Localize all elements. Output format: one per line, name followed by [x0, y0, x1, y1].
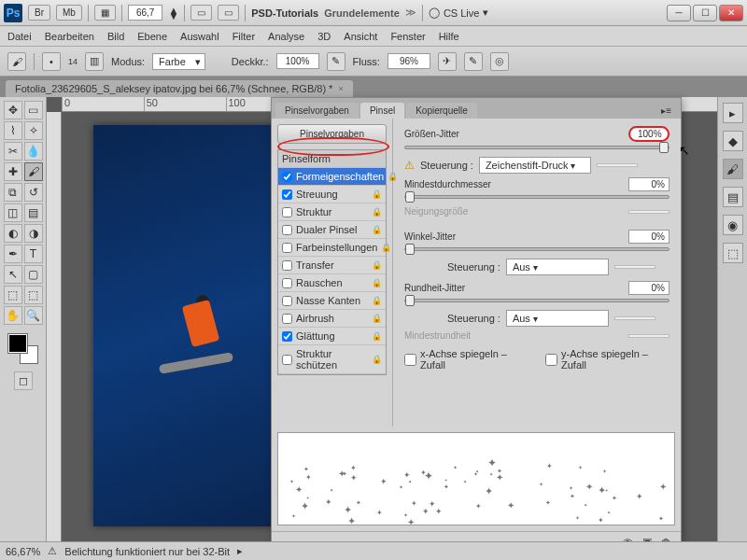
- angle-jitter-slider[interactable]: [404, 247, 669, 251]
- gradient-tool[interactable]: ▤: [24, 203, 43, 222]
- preset-button[interactable]: Pinselvorgaben: [277, 124, 387, 144]
- control2-select[interactable]: Aus ▾: [506, 259, 609, 275]
- wand-tool[interactable]: ✧: [24, 121, 43, 140]
- round-jitter-slider[interactable]: [404, 299, 669, 302]
- brush-option-streuung[interactable]: Streuung🔒: [278, 186, 386, 203]
- menu-bearbeiten[interactable]: Bearbeiten: [45, 31, 94, 42]
- status-zoom[interactable]: 66,67%: [6, 546, 40, 557]
- brush-option-struktur-schützen[interactable]: Struktur schützen🔒: [278, 345, 386, 374]
- type-tool[interactable]: T: [24, 245, 43, 263]
- round-jitter-value[interactable]: 0%: [628, 281, 669, 295]
- brush-option-dualer-pinsel[interactable]: Dualer Pinsel🔒: [278, 221, 386, 239]
- size-jitter-slider[interactable]: [404, 146, 669, 149]
- flow-input[interactable]: 96%: [388, 53, 430, 69]
- airbrush-icon[interactable]: ✈: [438, 52, 457, 71]
- opacity-input[interactable]: 100%: [276, 53, 319, 69]
- collapse-icon[interactable]: ▸: [723, 103, 743, 123]
- menu-ebene[interactable]: Ebene: [137, 31, 167, 42]
- target-icon[interactable]: ◎: [490, 52, 509, 71]
- dodge-tool[interactable]: ◑: [24, 224, 43, 243]
- tab-pinsel[interactable]: Pinsel: [360, 103, 404, 119]
- angle-jitter-value[interactable]: 0%: [628, 230, 669, 244]
- control-select[interactable]: Zeichenstift-Druck ▾: [479, 157, 591, 174]
- brush-tool[interactable]: 🖌: [24, 162, 43, 181]
- move-tool[interactable]: ✥: [4, 101, 22, 119]
- brush-size[interactable]: 14: [68, 57, 78, 66]
- canvas[interactable]: [93, 125, 280, 526]
- stamp-tool[interactable]: ⧉: [4, 183, 22, 202]
- flipy-checkbox[interactable]: y-Achse spiegeln – Zufall: [545, 348, 669, 371]
- menu-fenster[interactable]: Fenster: [390, 31, 425, 42]
- brush-option-airbrush[interactable]: Airbrush🔒: [278, 310, 386, 328]
- tutorials-label[interactable]: PSD-Tutorials: [251, 7, 318, 19]
- color-swatches[interactable]: [8, 334, 38, 364]
- brush-tool-icon[interactable]: 🖌: [7, 52, 26, 71]
- quickmask-button[interactable]: ◻: [14, 371, 33, 390]
- brush-option-formeigenschaften[interactable]: Formeigenschaften🔒: [278, 168, 386, 186]
- minibridge-button[interactable]: Mb: [56, 5, 82, 21]
- screenmode-button[interactable]: ▭: [218, 5, 239, 21]
- flipx-checkbox[interactable]: x-Achse spiegeln – Zufall: [404, 348, 529, 371]
- brush-panel-icon[interactable]: 🖌: [723, 159, 743, 179]
- tablet-opacity-icon[interactable]: ✎: [327, 52, 345, 71]
- view-extras-button[interactable]: ▦: [94, 5, 116, 21]
- close-button[interactable]: ✕: [719, 5, 743, 21]
- hand-tool[interactable]: ✋: [4, 306, 22, 325]
- arrange-button[interactable]: ▭: [190, 5, 212, 21]
- minimize-button[interactable]: ─: [667, 5, 691, 21]
- pen-tool[interactable]: ✒: [4, 245, 22, 263]
- path-tool[interactable]: ↖: [4, 265, 22, 284]
- mode-select[interactable]: Farbe ▾: [152, 53, 205, 70]
- menu-datei[interactable]: Datei: [7, 31, 32, 42]
- tab-kopierquelle[interactable]: Kopierquelle: [406, 103, 477, 119]
- tablet-size-icon[interactable]: ✎: [464, 52, 483, 71]
- cslive-button[interactable]: ◯ CS Live ▾: [429, 7, 489, 19]
- history-brush-tool[interactable]: ↺: [24, 183, 43, 202]
- brush-option-rauschen[interactable]: Rauschen🔒: [278, 274, 386, 292]
- crop-tool[interactable]: ✂: [4, 142, 22, 161]
- marquee-tool[interactable]: ▭: [24, 101, 43, 119]
- menu-filter[interactable]: Filter: [233, 31, 255, 42]
- menu-3d[interactable]: 3D: [317, 31, 331, 42]
- blur-tool[interactable]: ◐: [4, 224, 22, 243]
- layers-panel-icon[interactable]: ▤: [723, 187, 743, 207]
- lasso-tool[interactable]: ⌇: [4, 121, 22, 140]
- shape-tool[interactable]: ▢: [24, 265, 43, 284]
- menu-bild[interactable]: Bild: [107, 31, 124, 42]
- tab-pinselvorgaben[interactable]: Pinselvorgaben: [275, 103, 359, 119]
- 3d-tool[interactable]: ⬚: [4, 286, 22, 304]
- menu-analyse[interactable]: Analyse: [268, 31, 304, 42]
- menu-auswahl[interactable]: Auswahl: [180, 31, 219, 42]
- control3-select[interactable]: Aus ▾: [506, 310, 609, 327]
- zoom-display[interactable]: 66,7: [128, 5, 162, 21]
- crop-panel-icon[interactable]: ⬚: [723, 243, 743, 263]
- brush-option-nasse-kanten[interactable]: Nasse Kanten🔒: [278, 292, 386, 310]
- bridge-button[interactable]: Br: [28, 5, 50, 21]
- document-tab[interactable]: Fotolia_23629605_S_aleksey ipatov.jpg be…: [6, 80, 353, 97]
- brush-panel-icon[interactable]: ▥: [85, 52, 104, 71]
- brush-preset-icon[interactable]: •: [42, 52, 61, 71]
- sphere-icon[interactable]: ◉: [723, 215, 743, 235]
- heal-tool[interactable]: ✚: [4, 162, 22, 181]
- arrows-icon[interactable]: ▲▼: [168, 7, 178, 19]
- close-tab-icon[interactable]: ×: [338, 84, 343, 93]
- size-jitter-value[interactable]: 100%: [628, 126, 669, 142]
- swatches-panel-icon[interactable]: ◆: [723, 131, 743, 151]
- brush-option-pinselform[interactable]: Pinselform: [278, 150, 386, 168]
- maximize-button[interactable]: ☐: [693, 5, 717, 21]
- brush-option-glättung[interactable]: Glättung🔒: [278, 328, 386, 345]
- 3d-cam-tool[interactable]: ⬚: [24, 286, 43, 304]
- zoom-tool[interactable]: 🔍: [24, 306, 43, 325]
- menu-hilfe[interactable]: Hilfe: [439, 31, 459, 42]
- brush-option-transfer[interactable]: Transfer🔒: [278, 257, 386, 274]
- menu-ansicht[interactable]: Ansicht: [344, 31, 377, 42]
- min-diameter-slider[interactable]: [404, 195, 669, 199]
- chevron-right-icon[interactable]: ≫: [405, 7, 416, 19]
- eraser-tool[interactable]: ◫: [4, 203, 22, 222]
- status-chevron-icon[interactable]: ▸: [237, 545, 243, 557]
- panel-menu-icon[interactable]: ▸≡: [655, 103, 677, 119]
- min-diameter-value[interactable]: 0%: [628, 177, 669, 191]
- brush-option-farbeinstellungen[interactable]: Farbeinstellungen🔒: [278, 239, 386, 257]
- brush-option-struktur[interactable]: Struktur🔒: [278, 203, 386, 221]
- eyedrop-tool[interactable]: 💧: [24, 142, 43, 161]
